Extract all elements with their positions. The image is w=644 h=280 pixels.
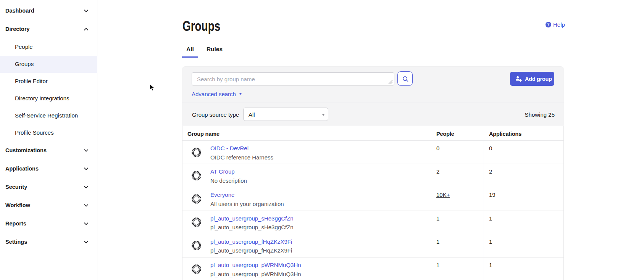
svg-text:?: ? xyxy=(547,23,549,27)
